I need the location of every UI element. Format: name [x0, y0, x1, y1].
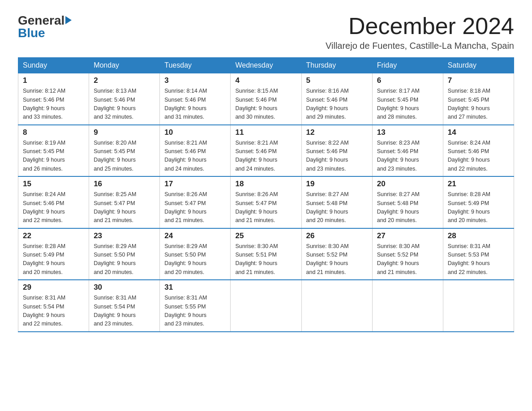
calendar-day-cell: 8 Sunrise: 8:19 AMSunset: 5:45 PMDayligh…	[18, 125, 89, 177]
day-number: 27	[377, 231, 438, 240]
calendar-day-cell: 23 Sunrise: 8:29 AMSunset: 5:50 PMDaylig…	[89, 228, 160, 280]
calendar-day-cell: 21 Sunrise: 8:28 AMSunset: 5:49 PMDaylig…	[443, 176, 514, 228]
month-title: December 2024	[326, 13, 514, 39]
day-number: 25	[235, 231, 296, 240]
day-info: Sunrise: 8:27 AMSunset: 5:48 PMDaylight:…	[377, 190, 438, 225]
calendar-day-cell: 13 Sunrise: 8:23 AMSunset: 5:46 PMDaylig…	[372, 125, 443, 177]
calendar-header-friday: Friday	[372, 58, 443, 73]
day-number: 2	[94, 76, 155, 85]
calendar-day-cell: 16 Sunrise: 8:25 AMSunset: 5:47 PMDaylig…	[89, 176, 160, 228]
calendar-day-cell: 5 Sunrise: 8:16 AMSunset: 5:46 PMDayligh…	[301, 73, 372, 125]
calendar-day-cell: 17 Sunrise: 8:26 AMSunset: 5:47 PMDaylig…	[160, 176, 231, 228]
day-info: Sunrise: 8:13 AMSunset: 5:46 PMDaylight:…	[94, 87, 155, 122]
calendar-header-thursday: Thursday	[301, 58, 372, 73]
day-number: 7	[448, 76, 509, 85]
calendar-week-row: 15 Sunrise: 8:24 AMSunset: 5:46 PMDaylig…	[18, 176, 514, 228]
day-number: 28	[448, 231, 509, 240]
day-number: 1	[23, 76, 84, 85]
page-header: General Blue December 2024 Villarejo de …	[18, 13, 514, 51]
day-number: 5	[306, 76, 368, 85]
day-number: 14	[448, 128, 509, 137]
day-info: Sunrise: 8:29 AMSunset: 5:50 PMDaylight:…	[164, 242, 226, 277]
calendar-day-cell: 25 Sunrise: 8:30 AMSunset: 5:51 PMDaylig…	[231, 228, 301, 280]
day-number: 16	[94, 180, 155, 188]
calendar-day-cell: 31 Sunrise: 8:31 AMSunset: 5:55 PMDaylig…	[160, 280, 231, 332]
day-info: Sunrise: 8:14 AMSunset: 5:46 PMDaylight:…	[164, 87, 226, 122]
day-info: Sunrise: 8:29 AMSunset: 5:50 PMDaylight:…	[94, 242, 155, 277]
calendar-week-row: 29 Sunrise: 8:31 AMSunset: 5:54 PMDaylig…	[18, 280, 514, 332]
calendar-day-cell: 14 Sunrise: 8:24 AMSunset: 5:46 PMDaylig…	[443, 125, 514, 177]
day-info: Sunrise: 8:21 AMSunset: 5:46 PMDaylight:…	[164, 139, 226, 174]
day-number: 20	[377, 180, 438, 188]
day-info: Sunrise: 8:24 AMSunset: 5:46 PMDaylight:…	[448, 139, 509, 174]
day-info: Sunrise: 8:31 AMSunset: 5:54 PMDaylight:…	[23, 294, 84, 329]
calendar-week-row: 22 Sunrise: 8:28 AMSunset: 5:49 PMDaylig…	[18, 228, 514, 280]
calendar-header-row: SundayMondayTuesdayWednesdayThursdayFrid…	[18, 58, 514, 73]
calendar-day-cell	[443, 280, 514, 332]
day-info: Sunrise: 8:26 AMSunset: 5:47 PMDaylight:…	[235, 190, 296, 225]
logo-arrow-icon	[65, 16, 72, 24]
day-info: Sunrise: 8:19 AMSunset: 5:45 PMDaylight:…	[23, 139, 84, 174]
day-info: Sunrise: 8:30 AMSunset: 5:52 PMDaylight:…	[377, 242, 438, 277]
calendar-day-cell: 11 Sunrise: 8:21 AMSunset: 5:46 PMDaylig…	[231, 125, 301, 177]
day-info: Sunrise: 8:31 AMSunset: 5:54 PMDaylight:…	[94, 294, 155, 329]
calendar-day-cell: 27 Sunrise: 8:30 AMSunset: 5:52 PMDaylig…	[372, 228, 443, 280]
day-info: Sunrise: 8:31 AMSunset: 5:53 PMDaylight:…	[448, 242, 509, 277]
calendar-day-cell: 2 Sunrise: 8:13 AMSunset: 5:46 PMDayligh…	[89, 73, 160, 125]
calendar-day-cell: 12 Sunrise: 8:22 AMSunset: 5:46 PMDaylig…	[301, 125, 372, 177]
calendar-day-cell: 7 Sunrise: 8:18 AMSunset: 5:45 PMDayligh…	[443, 73, 514, 125]
day-number: 26	[306, 231, 368, 240]
calendar-day-cell: 29 Sunrise: 8:31 AMSunset: 5:54 PMDaylig…	[18, 280, 89, 332]
calendar-day-cell	[372, 280, 443, 332]
day-info: Sunrise: 8:17 AMSunset: 5:45 PMDaylight:…	[377, 87, 438, 122]
day-number: 18	[235, 180, 296, 188]
day-number: 8	[23, 128, 84, 137]
day-number: 29	[23, 283, 84, 292]
day-info: Sunrise: 8:28 AMSunset: 5:49 PMDaylight:…	[448, 190, 509, 225]
day-number: 23	[94, 231, 155, 240]
logo: General Blue	[18, 13, 72, 40]
day-number: 31	[164, 283, 226, 292]
calendar-week-row: 1 Sunrise: 8:12 AMSunset: 5:46 PMDayligh…	[18, 73, 514, 125]
day-number: 17	[164, 180, 226, 188]
title-block: December 2024 Villarejo de Fuentes, Cast…	[326, 13, 514, 51]
day-number: 22	[23, 231, 84, 240]
day-info: Sunrise: 8:26 AMSunset: 5:47 PMDaylight:…	[164, 190, 226, 225]
day-info: Sunrise: 8:31 AMSunset: 5:55 PMDaylight:…	[164, 294, 226, 329]
location-subtitle: Villarejo de Fuentes, Castille-La Mancha…	[326, 41, 514, 51]
calendar-header-monday: Monday	[89, 58, 160, 73]
day-info: Sunrise: 8:20 AMSunset: 5:45 PMDaylight:…	[94, 139, 155, 174]
calendar-day-cell: 4 Sunrise: 8:15 AMSunset: 5:46 PMDayligh…	[231, 73, 301, 125]
day-number: 15	[23, 180, 84, 188]
day-info: Sunrise: 8:23 AMSunset: 5:46 PMDaylight:…	[377, 139, 438, 174]
day-number: 9	[94, 128, 155, 137]
day-number: 30	[94, 283, 155, 292]
day-info: Sunrise: 8:24 AMSunset: 5:46 PMDaylight:…	[23, 190, 84, 225]
day-number: 19	[306, 180, 368, 188]
day-info: Sunrise: 8:30 AMSunset: 5:51 PMDaylight:…	[235, 242, 296, 277]
calendar-day-cell: 15 Sunrise: 8:24 AMSunset: 5:46 PMDaylig…	[18, 176, 89, 228]
day-info: Sunrise: 8:28 AMSunset: 5:49 PMDaylight:…	[23, 242, 84, 277]
day-number: 21	[448, 180, 509, 188]
calendar-header-tuesday: Tuesday	[160, 58, 231, 73]
calendar-day-cell: 20 Sunrise: 8:27 AMSunset: 5:48 PMDaylig…	[372, 176, 443, 228]
calendar-day-cell	[231, 280, 301, 332]
calendar-header-wednesday: Wednesday	[231, 58, 301, 73]
day-info: Sunrise: 8:30 AMSunset: 5:52 PMDaylight:…	[306, 242, 368, 277]
day-number: 24	[164, 231, 226, 240]
calendar-day-cell: 6 Sunrise: 8:17 AMSunset: 5:45 PMDayligh…	[372, 73, 443, 125]
day-info: Sunrise: 8:25 AMSunset: 5:47 PMDaylight:…	[94, 190, 155, 225]
calendar-week-row: 8 Sunrise: 8:19 AMSunset: 5:45 PMDayligh…	[18, 125, 514, 177]
calendar-header-saturday: Saturday	[443, 58, 514, 73]
day-number: 4	[235, 76, 296, 85]
day-number: 6	[377, 76, 438, 85]
calendar-day-cell: 22 Sunrise: 8:28 AMSunset: 5:49 PMDaylig…	[18, 228, 89, 280]
calendar-day-cell: 30 Sunrise: 8:31 AMSunset: 5:54 PMDaylig…	[89, 280, 160, 332]
calendar-day-cell: 24 Sunrise: 8:29 AMSunset: 5:50 PMDaylig…	[160, 228, 231, 280]
day-number: 13	[377, 128, 438, 137]
day-number: 11	[235, 128, 296, 137]
calendar-table: SundayMondayTuesdayWednesdayThursdayFrid…	[18, 57, 514, 332]
calendar-day-cell: 1 Sunrise: 8:12 AMSunset: 5:46 PMDayligh…	[18, 73, 89, 125]
calendar-day-cell: 18 Sunrise: 8:26 AMSunset: 5:47 PMDaylig…	[231, 176, 301, 228]
day-info: Sunrise: 8:12 AMSunset: 5:46 PMDaylight:…	[23, 87, 84, 122]
